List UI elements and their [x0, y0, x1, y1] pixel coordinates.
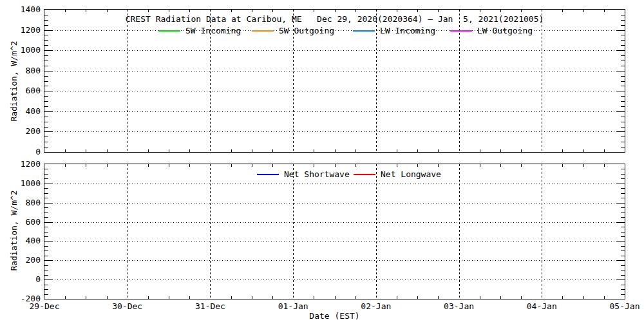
y-tick-label: 1200	[8, 160, 41, 169]
x-minor-tick	[562, 164, 563, 167]
x-minor-tick	[335, 296, 336, 299]
y-tick-label: 200	[8, 127, 41, 136]
y-major-tick	[44, 50, 52, 51]
x-minor-tick	[86, 149, 86, 152]
legend-line-sw-incoming	[158, 30, 180, 32]
x-minor-tick	[521, 149, 522, 152]
x-minor-tick	[335, 10, 336, 12]
x-minor-tick	[148, 296, 149, 299]
gridline-horizontal	[44, 241, 625, 242]
gridline-vertical	[128, 164, 128, 299]
x-minor-tick	[252, 149, 252, 152]
x-minor-tick	[231, 10, 232, 12]
y-major-tick	[617, 241, 625, 242]
y-tick-label: 1400	[8, 5, 41, 14]
y-minor-tick	[621, 35, 625, 35]
gridline-horizontal	[44, 131, 625, 132]
x-minor-tick	[107, 149, 108, 152]
x-minor-tick	[189, 164, 190, 167]
y-minor-tick	[44, 213, 48, 213]
y-minor-tick	[44, 188, 48, 189]
y-minor-tick	[44, 106, 48, 107]
y-minor-tick	[621, 61, 625, 61]
x-minor-tick	[272, 164, 273, 167]
gridline-horizontal	[44, 111, 625, 112]
y-major-tick	[617, 184, 625, 184]
x-minor-tick	[272, 10, 273, 12]
y-minor-tick	[621, 86, 625, 86]
x-minor-tick	[169, 10, 169, 12]
y-minor-tick	[44, 178, 48, 179]
legend-label: Net Shortwave	[284, 169, 350, 179]
gridline-horizontal	[44, 91, 625, 91]
x-tick-label: 31-Dec	[187, 302, 233, 311]
y-minor-tick	[44, 35, 48, 35]
x-minor-tick	[438, 164, 439, 167]
x-minor-tick	[252, 164, 252, 167]
y-tick-label: 0	[8, 147, 41, 156]
y-minor-tick	[621, 227, 625, 227]
y-major-tick	[44, 91, 52, 91]
legend-item-sw-outgoing: SW Outgoing	[252, 26, 334, 35]
y-minor-tick	[44, 251, 48, 251]
y-minor-tick	[621, 106, 625, 107]
y-minor-tick	[621, 193, 625, 194]
x-minor-tick	[480, 10, 480, 12]
y-major-tick	[617, 222, 625, 223]
y-minor-tick	[621, 275, 625, 276]
y-minor-tick	[44, 198, 48, 198]
y-minor-tick	[621, 25, 625, 26]
gridline-horizontal	[44, 279, 625, 280]
y-minor-tick	[621, 232, 625, 232]
x-minor-tick	[438, 296, 439, 299]
y-minor-tick	[44, 217, 48, 218]
y-minor-tick	[44, 265, 48, 266]
x-minor-tick	[148, 149, 149, 152]
y-major-tick	[617, 279, 625, 280]
gridline-vertical	[210, 164, 211, 299]
x-tick-label: 01-Jan	[270, 302, 316, 311]
radiation-chart-figure: CREST Radiation Data at Caribou, ME Dec …	[0, 0, 644, 322]
y-minor-tick	[44, 101, 48, 102]
x-minor-tick	[314, 296, 314, 299]
x-minor-tick	[355, 164, 356, 167]
x-minor-tick	[355, 10, 356, 12]
y-minor-tick	[621, 174, 625, 175]
y-minor-tick	[621, 45, 625, 46]
x-minor-tick	[562, 149, 563, 152]
y-minor-tick	[44, 66, 48, 66]
y-minor-tick	[44, 236, 48, 237]
y-major-tick	[44, 279, 52, 280]
y-tick-label: 1000	[8, 179, 41, 188]
x-minor-tick	[500, 296, 501, 299]
y-minor-tick	[621, 178, 625, 179]
x-minor-tick	[148, 10, 149, 12]
y-minor-tick	[44, 117, 48, 117]
y-major-tick	[44, 131, 52, 132]
y-major-tick	[617, 260, 625, 261]
x-tick-label: 04-Jan	[518, 302, 565, 311]
x-minor-tick	[417, 296, 418, 299]
gridline-horizontal	[44, 222, 625, 223]
y-minor-tick	[621, 76, 625, 77]
y-minor-tick	[621, 147, 625, 147]
x-minor-tick	[480, 296, 480, 299]
y-minor-tick	[621, 188, 625, 189]
x-minor-tick	[189, 10, 190, 12]
y-minor-tick	[44, 285, 48, 285]
x-minor-tick	[355, 149, 356, 152]
legend-item-lw-incoming: LW Incoming	[353, 26, 435, 35]
x-minor-tick	[231, 149, 232, 152]
y-minor-tick	[621, 256, 625, 256]
y-minor-tick	[621, 217, 625, 218]
x-minor-tick	[189, 149, 190, 152]
y-minor-tick	[621, 236, 625, 237]
legend-line-sw-outgoing	[252, 30, 274, 32]
legend-item-net-shortwave: Net Shortwave	[257, 169, 350, 179]
x-minor-tick	[604, 10, 605, 12]
x-minor-tick	[148, 164, 149, 167]
x-minor-tick	[604, 149, 605, 152]
y-major-tick	[44, 203, 52, 204]
gridline-horizontal	[44, 50, 625, 51]
y-minor-tick	[621, 294, 625, 295]
